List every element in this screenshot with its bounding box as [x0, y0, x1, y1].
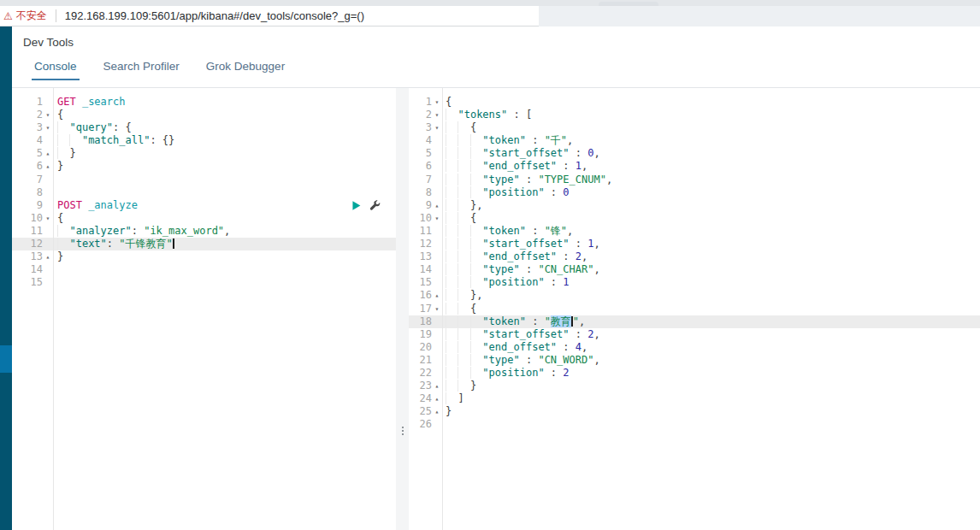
- fold-open-icon[interactable]: ▾: [43, 212, 53, 225]
- code-line[interactable]: 2▾{: [12, 109, 396, 121]
- code-line[interactable]: 6 "end_offset" : 1,: [409, 160, 980, 173]
- line-number: 17: [420, 303, 432, 315]
- code-line[interactable]: 10▾{: [12, 212, 396, 225]
- code-line[interactable]: 7: [12, 174, 396, 186]
- fold-open-icon[interactable]: ▾: [43, 109, 53, 121]
- code-line[interactable]: 7 "type" : "TYPE_CNUM",: [409, 174, 980, 186]
- line-number-gutter: 13: [409, 250, 442, 263]
- code-line[interactable]: 9▴ },: [409, 199, 980, 212]
- code-text: {: [442, 96, 452, 109]
- code-line[interactable]: 9POST _analyze: [12, 199, 396, 212]
- line-number-gutter: 2▾: [409, 109, 442, 121]
- code-text: ]: [442, 392, 464, 405]
- code-line[interactable]: 3▾ "query": {: [12, 121, 396, 134]
- tab-search-profiler[interactable]: Search Profiler: [101, 60, 182, 80]
- code-text: }: [53, 250, 63, 263]
- code-line[interactable]: 13 "end_offset" : 2,: [409, 250, 980, 263]
- fold-close-icon[interactable]: ▴: [432, 199, 442, 212]
- line-number-gutter: 8: [409, 186, 442, 199]
- url-text: 192.168.199.109:5601/app/kibana#/dev_too…: [65, 9, 364, 22]
- fold-close-icon[interactable]: ▴: [432, 380, 442, 392]
- code-line[interactable]: 24▴ ]: [409, 392, 980, 405]
- line-number: 4: [426, 134, 432, 147]
- fold-open-icon[interactable]: ▾: [432, 121, 442, 134]
- code-line[interactable]: 5 "start_offset" : 0,: [409, 147, 980, 160]
- code-line[interactable]: 3▾ {: [409, 121, 980, 134]
- line-number: 10: [31, 212, 43, 225]
- code-text: "start_offset" : 0,: [442, 147, 600, 160]
- line-number-gutter: 10▾: [12, 212, 53, 225]
- fold-open-icon[interactable]: ▾: [432, 109, 442, 121]
- gutter-divider-line: [442, 88, 443, 530]
- code-line[interactable]: 14 "type" : "CN_CHAR",: [409, 263, 980, 276]
- fold-close-icon[interactable]: ▴: [43, 147, 53, 160]
- pane-resize-divider[interactable]: [396, 88, 409, 530]
- code-line[interactable]: 14: [12, 263, 396, 276]
- code-line[interactable]: 5▴ }: [12, 147, 396, 160]
- code-line[interactable]: 8 "position" : 0: [409, 186, 980, 199]
- code-line[interactable]: 13▴}: [12, 250, 396, 263]
- line-number: 6: [426, 160, 432, 173]
- fold-open-icon[interactable]: ▾: [432, 212, 442, 225]
- code-line[interactable]: 6▴}: [12, 160, 396, 173]
- code-line[interactable]: 21 "type" : "CN_WORD",: [409, 354, 980, 367]
- line-number: 15: [31, 276, 43, 289]
- code-line[interactable]: 1GET _search: [12, 96, 396, 109]
- fold-close-icon[interactable]: ▴: [432, 392, 442, 405]
- line-number: 3: [426, 121, 432, 134]
- fold-open-icon[interactable]: ▾: [432, 303, 442, 315]
- line-number: 24: [420, 392, 432, 405]
- line-number: 6: [37, 160, 43, 173]
- code-text: "end_offset" : 2,: [442, 250, 587, 263]
- code-line[interactable]: 17▾ {: [409, 303, 980, 315]
- request-settings-button[interactable]: [369, 200, 381, 211]
- line-number-gutter: 21: [409, 354, 442, 367]
- code-line[interactable]: 18 "token" : "教育",: [409, 315, 980, 328]
- fold-close-icon[interactable]: ▴: [432, 289, 442, 302]
- tab-console[interactable]: Console: [32, 60, 80, 80]
- code-line[interactable]: 23▴ }: [409, 380, 980, 392]
- dev-tools-page: Dev Tools Console Search Profiler Grok D…: [12, 26, 980, 530]
- fold-close-icon[interactable]: ▴: [43, 160, 53, 173]
- code-line[interactable]: 15 "position" : 1: [409, 276, 980, 289]
- line-number-gutter: 16▴: [409, 289, 442, 302]
- tab-grok-debugger[interactable]: Grok Debugger: [204, 60, 287, 80]
- line-number-gutter: 10▾: [409, 212, 442, 225]
- line-number: 9: [426, 199, 432, 212]
- line-number: 18: [420, 315, 432, 328]
- fold-close-icon[interactable]: ▴: [43, 250, 53, 263]
- line-number: 11: [420, 225, 432, 238]
- code-line[interactable]: 16▴ },: [409, 289, 980, 302]
- sidebar-active-item[interactable]: [0, 345, 12, 373]
- code-line[interactable]: 2▾ "tokens" : [: [409, 109, 980, 121]
- code-line[interactable]: 15: [12, 276, 396, 289]
- code-line[interactable]: 8: [12, 186, 396, 199]
- line-number-gutter: 2▾: [12, 109, 53, 121]
- fold-close-icon[interactable]: ▴: [432, 405, 442, 418]
- code-line[interactable]: 4 "match_all": {}: [12, 134, 396, 147]
- dev-tools-header: Dev Tools Console Search Profiler Grok D…: [12, 26, 980, 88]
- code-line[interactable]: 20 "end_offset" : 4,: [409, 341, 980, 354]
- code-line[interactable]: 12 "text": "千锋教育": [12, 238, 396, 250]
- code-line[interactable]: 22 "position" : 2: [409, 367, 980, 380]
- code-line[interactable]: 19 "start_offset" : 2,: [409, 328, 980, 341]
- line-number-gutter: 3▾: [12, 121, 53, 134]
- code-line[interactable]: 4 "token" : "千",: [409, 134, 980, 147]
- code-line[interactable]: 25▴}: [409, 405, 980, 418]
- security-label[interactable]: 不安全: [16, 9, 47, 23]
- request-editor[interactable]: 1GET _search2▾{3▾ "query": {4 "match_all…: [12, 88, 396, 530]
- kibana-collapsed-sidebar[interactable]: [0, 26, 12, 530]
- code-line[interactable]: 12 "start_offset" : 1,: [409, 238, 980, 250]
- code-text: "end_offset" : 4,: [442, 341, 587, 354]
- line-number: 8: [37, 186, 43, 199]
- code-line[interactable]: 26: [409, 418, 980, 431]
- fold-open-icon[interactable]: ▾: [432, 96, 442, 109]
- response-output[interactable]: 1▾{2▾ "tokens" : [3▾ {4 "token" : "千",5 …: [409, 88, 980, 530]
- code-line[interactable]: 1▾{: [409, 96, 980, 109]
- send-request-button[interactable]: [351, 200, 362, 211]
- security-warning-icon[interactable]: ⚠: [3, 10, 13, 22]
- code-line[interactable]: 11 "token" : "锋",: [409, 225, 980, 238]
- code-line[interactable]: 11 "analyzer": "ik_max_word",: [12, 225, 396, 238]
- fold-open-icon[interactable]: ▾: [43, 121, 53, 134]
- code-line[interactable]: 10▾ {: [409, 212, 980, 225]
